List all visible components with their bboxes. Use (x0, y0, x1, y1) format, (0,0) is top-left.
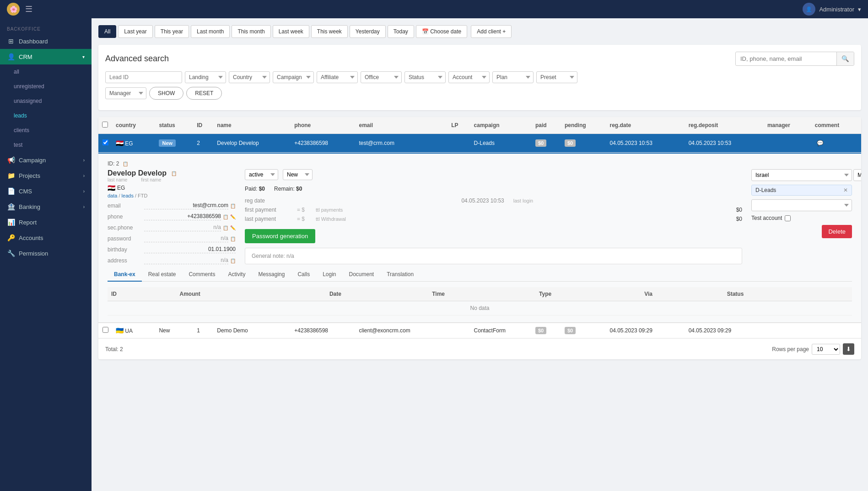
sub-th-via: Via (641, 287, 723, 301)
office-select[interactable]: Office (361, 71, 402, 83)
admin-dropdown-icon[interactable]: ▾ (858, 6, 861, 13)
landing-select[interactable]: Landing (185, 71, 226, 83)
tab-comments[interactable]: Comments (182, 268, 221, 282)
sidebar-item-permission[interactable]: 🔧 Permission (0, 246, 92, 261)
manager-select-right[interactable]: Manager (853, 169, 861, 181)
projects-arrow-icon: › (83, 173, 85, 178)
manager-select[interactable]: Manager (105, 87, 146, 99)
paid-value: $0 (259, 186, 265, 192)
tab-real-estate[interactable]: Real estate (142, 268, 183, 282)
sub-table-no-data: No data (108, 301, 852, 315)
expanded-cell: ID: 2 📋 Develop Devel (98, 153, 861, 323)
secphone-copy-icon[interactable]: 📋 (223, 225, 228, 230)
tab-document[interactable]: Document (343, 268, 381, 282)
date-btn-yesterday[interactable]: Yesterday (350, 25, 386, 38)
secphone-edit-icon[interactable]: ✏️ (230, 225, 236, 230)
delete-button[interactable]: Delete (822, 225, 852, 238)
row2-regdate: 04.05.2023 09:29 (606, 323, 685, 338)
phone-edit-icon[interactable]: ✏️ (230, 214, 236, 219)
phone-copy-icon[interactable]: 📋 (223, 214, 228, 219)
state-dropdown[interactable]: New Active (283, 169, 313, 180)
exp-name-labels: last name first name (108, 177, 236, 182)
password-generation-button[interactable]: Password generation (245, 229, 315, 243)
logo-icon: 🌸 (7, 3, 20, 16)
sidebar-item-test[interactable]: test (0, 138, 92, 152)
show-button[interactable]: SHOW (149, 87, 183, 100)
account-select[interactable]: Account (448, 71, 490, 83)
country-select[interactable]: Country (229, 71, 270, 83)
password-copy-icon[interactable]: 📋 (230, 236, 236, 241)
tab-login[interactable]: Login (316, 268, 342, 282)
ttlpayments-value: $0 (343, 207, 742, 213)
campaign-add-select[interactable] (751, 199, 852, 211)
tab-translation[interactable]: Translation (380, 268, 420, 282)
exp-id-copy-icon[interactable]: 📋 (123, 161, 128, 166)
search-input[interactable] (736, 53, 836, 65)
status-select[interactable]: Status (404, 71, 446, 83)
row1-checkbox[interactable] (102, 139, 108, 145)
sidebar-item-accounts[interactable]: 🔑 Accounts (0, 230, 92, 246)
table-row[interactable]: 🇺🇦 UA New 1 Demo Demo +4238386598 client… (98, 323, 861, 338)
address-value: n/a (144, 257, 228, 264)
country-select-right[interactable]: Israel (751, 169, 852, 181)
date-btn-thismonth[interactable]: This month (232, 25, 270, 38)
date-btn-thisyear[interactable]: This year (155, 25, 189, 38)
breadcrumb-leads[interactable]: leads (122, 193, 134, 198)
sidebar-item-all[interactable]: all (0, 64, 92, 79)
preset-select[interactable]: Preset (536, 71, 577, 83)
date-btn-thisweek[interactable]: This week (311, 25, 348, 38)
date-btn-all[interactable]: All (98, 25, 116, 38)
exp-name-copy-icon[interactable]: 📋 (171, 171, 177, 176)
plan-select[interactable]: Plan (492, 71, 534, 83)
sidebar-label-unassigned: unassigned (14, 98, 42, 104)
sidebar-item-clients[interactable]: clients (0, 123, 92, 138)
tab-messaging[interactable]: Messaging (252, 268, 291, 282)
sidebar-item-crm[interactable]: 👤 CRM ▾ (0, 49, 92, 64)
search-button[interactable]: 🔍 (836, 52, 854, 65)
tab-activity[interactable]: Activity (221, 268, 252, 282)
email-copy-icon[interactable]: 📋 (230, 203, 236, 208)
rows-per-page-select[interactable]: 10 25 50 (812, 344, 840, 355)
campaign-tag-close[interactable]: ✕ (843, 187, 848, 193)
campaign-select[interactable]: Campaign (273, 71, 314, 83)
sidebar-item-report[interactable]: 📊 Report (0, 214, 92, 230)
exp-id-label: ID: (108, 160, 116, 167)
sidebar-item-projects[interactable]: 📁 Projects › (0, 168, 92, 183)
rows-per-page-wrap: Rows per page 10 25 50 ⬇ (772, 343, 854, 355)
breadcrumb-data[interactable]: data (108, 193, 117, 198)
date-btn-lastweek[interactable]: Last week (273, 25, 309, 38)
test-account-checkbox[interactable] (785, 215, 791, 221)
sidebar-item-unassigned[interactable]: unassigned (0, 94, 92, 108)
affiliate-select[interactable]: Affiliate (317, 71, 358, 83)
download-button[interactable]: ⬇ (843, 343, 854, 355)
sidebar-item-dashboard[interactable]: ⊞ Dashboard (0, 33, 92, 49)
table-row[interactable]: 🇪🇬 EG New 2 Develop Develop +4238386598 … (98, 134, 861, 153)
general-note: General note: n/a (245, 248, 742, 264)
sidebar-section-label: BACKOFFICE (0, 23, 92, 33)
sidebar-item-banking[interactable]: 🏦 Banking › (0, 199, 92, 214)
reset-button[interactable]: RESET (186, 87, 222, 100)
birthday-value: 01.01.1900 (144, 246, 236, 253)
row2-checkbox[interactable] (102, 327, 108, 333)
lead-id-input[interactable] (105, 71, 182, 83)
date-btn-lastmonth[interactable]: Last month (191, 25, 230, 38)
sidebar-item-cms[interactable]: 📄 CMS › (0, 183, 92, 199)
choose-date-btn[interactable]: 📅 Choose date (416, 25, 467, 38)
sidebar-item-unregistered[interactable]: unregistered (0, 79, 92, 94)
date-btn-lastyear[interactable]: Last year (118, 25, 152, 38)
select-all-checkbox[interactable] (102, 122, 108, 128)
ttlwithdrawal-label: ttl Withdrawal (316, 216, 346, 222)
sidebar-item-leads[interactable]: leads (0, 108, 92, 123)
hamburger-button[interactable]: ☰ (25, 4, 32, 14)
lastpayment-label: last payment (245, 216, 295, 222)
row1-comment-bubble[interactable]: 💬 (815, 138, 826, 149)
add-client-btn[interactable]: Add client + (471, 25, 512, 38)
th-email: email (356, 117, 448, 134)
date-btn-today[interactable]: Today (388, 25, 414, 38)
tab-bank-ex[interactable]: Bank-ex (108, 268, 142, 282)
status-dropdown[interactable]: active inactive (245, 169, 278, 180)
address-copy-icon[interactable]: 📋 (230, 258, 236, 263)
sidebar-item-campaign[interactable]: 📢 Campaign › (0, 152, 92, 168)
tab-calls[interactable]: Calls (291, 268, 316, 282)
last-name-label: last name (108, 177, 127, 182)
